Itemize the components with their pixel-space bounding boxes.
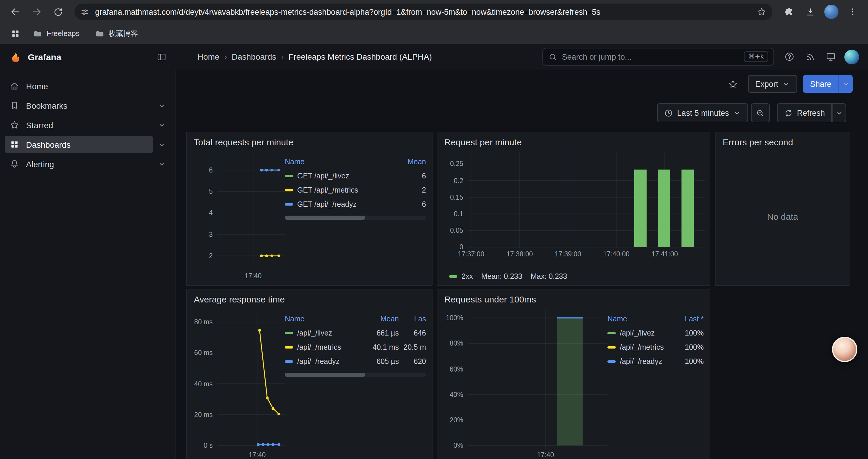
- sidebar-item-starred[interactable]: Starred: [5, 117, 153, 133]
- downloads-icon[interactable]: [801, 2, 819, 21]
- expand-starred-chevron[interactable]: [155, 119, 168, 131]
- panel-title[interactable]: Requests under 100ms: [437, 290, 710, 307]
- extensions-icon[interactable]: [779, 2, 798, 21]
- y-axis-label: 0.15: [450, 194, 463, 201]
- bookmark-icon: [9, 100, 20, 110]
- assistant-avatar[interactable]: [832, 337, 857, 362]
- legend-row[interactable]: GET /api/_/livez 6: [285, 169, 426, 183]
- breadcrumb-home[interactable]: Home: [197, 52, 219, 61]
- refresh-button[interactable]: Refresh: [777, 103, 832, 122]
- sidebar-item-alerting[interactable]: Alerting: [5, 155, 153, 172]
- grafana-logo[interactable]: [9, 51, 22, 63]
- share-split-button: Share: [803, 75, 852, 93]
- series-last: 100%: [670, 357, 704, 366]
- expand-dashboards-chevron[interactable]: [155, 138, 168, 151]
- legend-header-name[interactable]: Name: [608, 315, 670, 323]
- news-button[interactable]: [802, 48, 818, 65]
- url-bar[interactable]: grafana.mathmast.com/d/deytv4rwavabkb/fr…: [74, 4, 772, 20]
- sidebar-item-bookmarks[interactable]: Bookmarks: [5, 97, 153, 114]
- share-button[interactable]: Share: [803, 75, 838, 93]
- legend-scrollbar[interactable]: [285, 216, 426, 220]
- legend-row[interactable]: /api/_/livez 100%: [608, 326, 704, 340]
- legend-row[interactable]: /api/_/metrics 40.1 ms 20.5 m: [285, 340, 426, 355]
- favorite-star-button[interactable]: [724, 75, 742, 93]
- share-menu-chevron[interactable]: [838, 75, 852, 93]
- scrollbar-thumb[interactable]: [285, 373, 365, 377]
- bookmark-folder-freeleaps[interactable]: Freeleaps: [27, 26, 85, 41]
- series-color-chip: [608, 332, 616, 334]
- expand-bookmarks-chevron[interactable]: [155, 99, 168, 112]
- sidebar-item-dashboards[interactable]: Dashboards: [5, 136, 153, 153]
- legend-header-mean[interactable]: Mean: [392, 158, 426, 166]
- sidebar-item-label: Alerting: [26, 159, 54, 169]
- y-axis-label: 60 ms: [194, 350, 213, 357]
- chevron-down-icon: [158, 121, 166, 129]
- search-input[interactable]: Search or jump to... ⌘+k: [542, 48, 774, 66]
- legend-row[interactable]: /api/_/readyz 605 µs 620: [285, 355, 426, 369]
- legend-header-name[interactable]: Name: [285, 315, 361, 323]
- total-requests-plot[interactable]: 17:40: [217, 153, 285, 280]
- legend-scrollbar[interactable]: [285, 373, 426, 377]
- apps-grid-icon[interactable]: [7, 25, 24, 42]
- panel-request-per-minute: Request per minute 0.250.20.150.10.050 1…: [437, 132, 710, 286]
- legend-row[interactable]: /api/_/readyz 100%: [608, 355, 704, 369]
- legend-row[interactable]: GET /api/_/readyz 6: [285, 197, 426, 211]
- site-settings-icon[interactable]: [80, 7, 89, 16]
- refresh-interval-chevron[interactable]: [832, 103, 846, 122]
- series-last: 100%: [670, 329, 704, 337]
- legend-row[interactable]: /api/_/livez 661 µs 646: [285, 326, 426, 340]
- bookmark-folder-blogs[interactable]: 收藏博客: [89, 26, 144, 41]
- expand-alerting-chevron[interactable]: [155, 157, 168, 170]
- refresh-split-button: Refresh: [777, 103, 846, 122]
- legend-row[interactable]: /api/_/metrics 100%: [608, 340, 704, 355]
- scrollbar-thumb[interactable]: [285, 216, 365, 220]
- forward-button[interactable]: [27, 2, 46, 21]
- series-mean: 605 µs: [361, 357, 399, 366]
- request-per-minute-plot[interactable]: 17:37:0017:38:0017:39:0017:40:0017:41:00: [468, 153, 705, 258]
- shortcut-hint: ⌘+k: [744, 52, 768, 62]
- legend-row[interactable]: 2xx Mean: 0.233 Max: 0.233: [442, 270, 705, 283]
- legend-row[interactable]: GET /api/_/metrics 2: [285, 183, 426, 197]
- y-axis-label: 4: [209, 209, 213, 217]
- no-data-message: No data: [720, 150, 845, 283]
- help-button[interactable]: [781, 48, 798, 65]
- sidebar-item-home[interactable]: Home: [5, 77, 168, 95]
- browser-toolbar: grafana.mathmast.com/d/deytv4rwavabkb/fr…: [0, 0, 868, 24]
- average-response-time-plot[interactable]: 17:40: [217, 309, 285, 458]
- legend-header-last[interactable]: Last *: [670, 315, 704, 323]
- reload-button[interactable]: [49, 2, 67, 21]
- total-requests-chart: 65432 17:40: [191, 153, 285, 283]
- y-axis: 100%80%60%40%20%0%: [442, 309, 468, 459]
- export-label: Export: [755, 79, 778, 88]
- average-response-time-chart: 80 ms60 ms40 ms20 ms0 s 17:40: [191, 309, 285, 459]
- bookmarks-bar: Freeleaps 收藏博客: [0, 24, 868, 44]
- legend-header-mean[interactable]: Mean: [361, 315, 399, 323]
- series-name: /api/_/readyz: [297, 357, 339, 366]
- dock-menu-button[interactable]: [157, 52, 167, 62]
- panel-title[interactable]: Errors per second: [716, 132, 850, 150]
- panel-title[interactable]: Request per minute: [437, 132, 710, 150]
- menu-kebab-icon[interactable]: [843, 2, 862, 21]
- chevron-down-icon: [158, 140, 166, 149]
- back-button[interactable]: [6, 2, 25, 21]
- x-axis-label: 17:40:00: [603, 251, 629, 258]
- panel-title[interactable]: Total requests per minute: [187, 132, 432, 150]
- requests-under-100ms-plot[interactable]: 17:40: [468, 309, 608, 458]
- legend-header-name[interactable]: Name: [285, 158, 392, 166]
- zoom-out-button[interactable]: [751, 103, 770, 122]
- legend-header-last[interactable]: Las: [399, 315, 426, 323]
- panel-average-response-time: Average response time 80 ms60 ms40 ms20 …: [186, 289, 433, 459]
- series-name: GET /api/_/readyz: [297, 200, 356, 208]
- user-avatar[interactable]: [843, 48, 860, 65]
- bookmark-star-icon[interactable]: [757, 7, 766, 17]
- url-text: grafana.mathmast.com/d/deytv4rwavabkb/fr…: [95, 7, 751, 16]
- kiosk-mode-button[interactable]: [823, 48, 839, 65]
- breadcrumb-dashboards[interactable]: Dashboards: [231, 52, 276, 61]
- export-button[interactable]: Export: [748, 75, 797, 93]
- dashboards-grid-icon: [9, 139, 20, 150]
- y-axis-label: 0.2: [454, 177, 463, 184]
- panel-title[interactable]: Average response time: [187, 290, 432, 307]
- time-range-picker[interactable]: Last 5 minutes: [657, 103, 748, 122]
- profile-avatar[interactable]: [822, 2, 841, 21]
- sidebar-item-label: Starred: [26, 120, 53, 130]
